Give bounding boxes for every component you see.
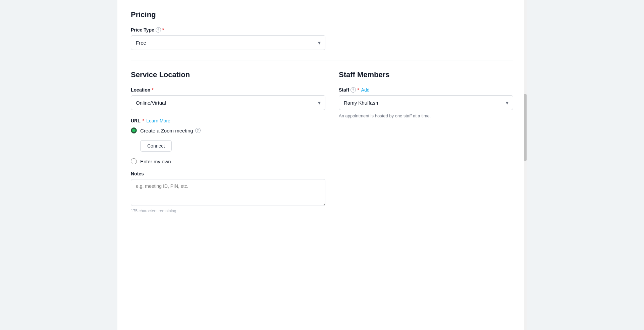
zoom-radio-label: Create a Zoom meeting ? xyxy=(140,128,201,133)
location-required: * xyxy=(152,87,153,93)
enter-own-radio-label: Enter my own xyxy=(140,159,171,164)
enter-own-radio-input[interactable] xyxy=(131,158,137,164)
staff-required: * xyxy=(357,87,359,93)
pricing-section: Pricing Price Type ? * Free Paid Donatio… xyxy=(117,0,527,60)
pricing-title: Pricing xyxy=(131,10,513,19)
staff-members-col: Staff Members Staff ? * Add Ramy Khuffas… xyxy=(339,70,513,213)
price-type-field: Price Type ? * Free Paid Donation ▾ xyxy=(131,27,513,50)
location-select[interactable]: Online/Virtual In-person Phone xyxy=(131,95,325,110)
char-count: 175 characters remaining xyxy=(131,209,325,213)
staff-label-row: Staff ? * Add xyxy=(339,87,513,93)
zoom-radio-input[interactable] xyxy=(131,127,137,133)
connect-button[interactable]: Connect xyxy=(140,140,172,152)
notes-label: Notes xyxy=(131,171,325,176)
service-location-col: Service Location Location * Online/Virtu… xyxy=(131,70,325,213)
learn-more-link[interactable]: Learn More xyxy=(146,118,170,123)
scrollbar-track xyxy=(524,0,527,330)
staff-select-wrapper: Ramy Khuffash ▾ xyxy=(339,95,513,110)
price-type-required: * xyxy=(162,27,164,33)
service-location-staff-section: Service Location Location * Online/Virtu… xyxy=(117,60,527,223)
enter-own-radio-option: Enter my own xyxy=(131,158,325,164)
price-type-select[interactable]: Free Paid Donation xyxy=(131,35,325,50)
staff-note: An appointment is hosted by one staff at… xyxy=(339,113,513,118)
add-staff-link[interactable]: Add xyxy=(361,87,370,93)
staff-label: Staff ? * xyxy=(339,87,359,93)
url-label: URL * Learn More xyxy=(131,118,325,123)
url-required: * xyxy=(143,118,144,123)
location-select-wrapper: Online/Virtual In-person Phone ▾ xyxy=(131,95,325,110)
price-type-info-icon[interactable]: ? xyxy=(156,27,161,33)
location-field: Location * Online/Virtual In-person Phon… xyxy=(131,87,325,110)
staff-select[interactable]: Ramy Khuffash xyxy=(339,95,513,110)
staff-info-icon[interactable]: ? xyxy=(351,87,356,93)
url-section: URL * Learn More Create a Zoom meeting ?… xyxy=(131,118,325,164)
price-type-select-wrapper: Free Paid Donation ▾ xyxy=(131,35,325,50)
zoom-radio-option: Create a Zoom meeting ? xyxy=(131,127,325,133)
notes-section: Notes 175 characters remaining xyxy=(131,171,325,213)
scrollbar-thumb[interactable] xyxy=(524,94,527,161)
service-location-title: Service Location xyxy=(131,70,325,79)
notes-textarea[interactable] xyxy=(131,179,325,206)
staff-members-title: Staff Members xyxy=(339,70,513,79)
price-type-label: Price Type ? * xyxy=(131,27,513,33)
zoom-info-icon[interactable]: ? xyxy=(195,128,201,133)
location-label: Location * xyxy=(131,87,325,93)
